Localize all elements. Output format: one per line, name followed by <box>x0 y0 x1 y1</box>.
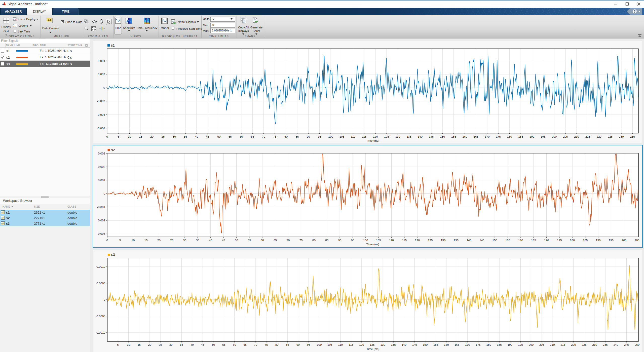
svg-text:65: 65 <box>274 239 277 242</box>
svg-text:45: 45 <box>201 343 204 346</box>
svg-text:215: 215 <box>585 135 590 138</box>
svg-text:160: 160 <box>463 135 467 138</box>
svg-text:-0.0010: -0.0010 <box>95 331 105 334</box>
svg-text:0.002: 0.002 <box>98 165 105 168</box>
svg-text:0: 0 <box>106 239 108 242</box>
svg-text:5: 5 <box>117 343 119 346</box>
svg-text:115: 115 <box>402 239 406 242</box>
svg-text:100: 100 <box>363 239 368 242</box>
svg-text:200: 200 <box>529 343 534 346</box>
svg-text:20: 20 <box>148 343 151 346</box>
svg-text:55: 55 <box>222 343 225 346</box>
svg-text:s1: s1 <box>111 43 115 47</box>
svg-text:205: 205 <box>539 343 544 346</box>
svg-text:235: 235 <box>603 343 608 346</box>
svg-text:155: 155 <box>451 135 456 138</box>
svg-text:85: 85 <box>286 343 289 346</box>
svg-text:40: 40 <box>195 135 198 138</box>
svg-text:80: 80 <box>312 239 316 242</box>
svg-text:210: 210 <box>574 135 579 138</box>
svg-text:15: 15 <box>137 343 141 346</box>
svg-text:?: ? <box>634 10 636 13</box>
svg-text:105: 105 <box>327 343 332 346</box>
svg-text:190: 190 <box>596 239 600 242</box>
svg-text:145: 145 <box>412 343 417 346</box>
svg-text:185: 185 <box>583 239 588 242</box>
svg-text:90: 90 <box>307 135 310 138</box>
svg-text:0.003: 0.003 <box>98 152 105 155</box>
svg-text:-0.003: -0.003 <box>97 232 105 235</box>
svg-text:110: 110 <box>389 239 394 242</box>
svg-text:Time (ms): Time (ms) <box>366 139 379 142</box>
svg-text:0.001: 0.001 <box>98 179 105 182</box>
svg-text:125: 125 <box>384 135 389 138</box>
svg-text:175: 175 <box>496 135 501 138</box>
svg-text:105: 105 <box>376 239 381 242</box>
svg-text:35: 35 <box>180 343 183 346</box>
svg-text:125: 125 <box>370 343 374 346</box>
svg-text:145: 145 <box>429 135 434 138</box>
svg-text:75: 75 <box>265 343 268 346</box>
svg-text:40: 40 <box>191 343 194 346</box>
svg-text:2.5: 2.5 <box>48 18 51 21</box>
svg-text:0: 0 <box>103 86 105 89</box>
svg-text:165: 165 <box>531 239 536 242</box>
svg-text:60: 60 <box>240 135 243 138</box>
svg-text:120: 120 <box>373 135 378 138</box>
svg-text:180: 180 <box>507 135 512 138</box>
svg-text:230: 230 <box>619 135 624 138</box>
svg-text:0.002: 0.002 <box>98 73 105 76</box>
svg-text:230: 230 <box>592 343 597 346</box>
svg-text:95: 95 <box>318 135 321 138</box>
svg-text:200: 200 <box>622 239 626 242</box>
svg-text:140: 140 <box>466 239 471 242</box>
svg-text:25: 25 <box>170 239 173 242</box>
svg-text:35: 35 <box>196 239 199 242</box>
svg-text:180: 180 <box>570 239 575 242</box>
svg-text:240: 240 <box>614 343 618 346</box>
svg-text:135: 135 <box>391 343 396 346</box>
svg-text:85: 85 <box>296 135 299 138</box>
svg-text:30: 30 <box>183 239 186 242</box>
svg-text:120: 120 <box>359 343 364 346</box>
svg-text:55: 55 <box>229 135 232 138</box>
svg-text:0.004: 0.004 <box>98 59 105 62</box>
svg-text:165: 165 <box>454 343 459 346</box>
svg-text:250: 250 <box>635 343 639 346</box>
svg-text:0.0005: 0.0005 <box>96 282 105 285</box>
svg-text:120: 120 <box>415 239 420 242</box>
svg-text:s2: s2 <box>111 148 115 152</box>
svg-text:70: 70 <box>254 343 257 346</box>
svg-text:225: 225 <box>582 343 586 346</box>
svg-text:210: 210 <box>550 343 555 346</box>
svg-text:0: 0 <box>106 135 108 138</box>
svg-text:50: 50 <box>235 239 238 242</box>
svg-text:65: 65 <box>251 135 254 138</box>
svg-text:135: 135 <box>453 239 458 242</box>
svg-text:235: 235 <box>630 135 635 138</box>
svg-text:20: 20 <box>157 239 161 242</box>
svg-text:55: 55 <box>248 239 251 242</box>
svg-text:Time (ms): Time (ms) <box>366 243 379 246</box>
svg-text:-0.001: -0.001 <box>97 205 105 208</box>
svg-text:10: 10 <box>128 135 131 138</box>
svg-text:125: 125 <box>428 239 432 242</box>
svg-text:-0.002: -0.002 <box>97 219 105 222</box>
svg-text:200: 200 <box>552 135 557 138</box>
svg-text:25: 25 <box>159 343 162 346</box>
svg-text:50: 50 <box>217 135 221 138</box>
svg-text:-0.004: -0.004 <box>97 113 105 116</box>
svg-text:160: 160 <box>518 239 523 242</box>
svg-text:220: 220 <box>597 135 601 138</box>
svg-text:0: 0 <box>103 192 105 195</box>
svg-text:85: 85 <box>325 239 328 242</box>
svg-text:95: 95 <box>351 239 354 242</box>
svg-text:220: 220 <box>571 343 576 346</box>
svg-text:40: 40 <box>209 239 212 242</box>
svg-text:30: 30 <box>169 343 173 346</box>
svg-text:5: 5 <box>119 239 121 242</box>
svg-text:140: 140 <box>418 135 423 138</box>
svg-text:5: 5 <box>118 135 119 138</box>
svg-text:100: 100 <box>328 135 333 138</box>
svg-text:175: 175 <box>476 343 480 346</box>
